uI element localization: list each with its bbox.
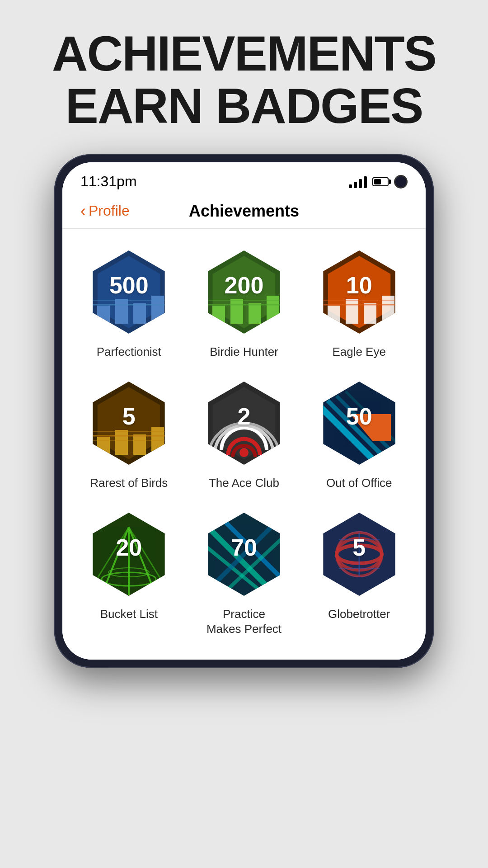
svg-rect-0 bbox=[97, 306, 110, 324]
badge-number: 10 bbox=[346, 272, 372, 299]
status-icons bbox=[349, 175, 408, 189]
badge-label: Parfectionist bbox=[97, 344, 161, 360]
back-chevron-icon: ‹ bbox=[80, 203, 86, 219]
page-header: ACHIEVEMENTS EARN BADGES bbox=[52, 27, 436, 132]
badge-label: Rarest of Birds bbox=[90, 476, 168, 491]
badge-item[interactable]: 20Bucket List bbox=[76, 509, 182, 637]
svg-rect-14 bbox=[364, 303, 376, 324]
badge-item[interactable]: 500Parfectionist bbox=[76, 247, 182, 360]
nav-title: Achievements bbox=[189, 202, 299, 221]
main-title: ACHIEVEMENTS EARN BADGES bbox=[52, 27, 436, 132]
battery-icon bbox=[372, 177, 389, 186]
badge-hex: 5 bbox=[314, 509, 404, 599]
badge-item[interactable]: 5Rarest of Birds bbox=[76, 378, 182, 491]
status-time: 11:31pm bbox=[80, 173, 137, 190]
badge-hex: 50 bbox=[314, 378, 404, 468]
badge-number: 70 bbox=[231, 534, 257, 561]
svg-rect-19 bbox=[115, 430, 128, 455]
badge-hex: 20 bbox=[84, 509, 174, 599]
svg-rect-12 bbox=[328, 306, 340, 324]
badges-grid: 500Parfectionist 200Birdie Hunter 10Eagl bbox=[76, 247, 412, 637]
signal-icon bbox=[349, 175, 367, 188]
back-button[interactable]: ‹ Profile bbox=[80, 203, 130, 219]
badge-item[interactable]: 5Globetrotter bbox=[306, 509, 412, 637]
badge-number: 2 bbox=[238, 403, 251, 430]
badge-label: The Ace Club bbox=[209, 476, 279, 491]
status-bar: 11:31pm bbox=[62, 162, 426, 197]
svg-rect-1 bbox=[115, 299, 128, 324]
nav-header: ‹ Profile Achievements bbox=[62, 197, 426, 229]
badge-number: 200 bbox=[225, 272, 264, 299]
svg-rect-18 bbox=[97, 437, 110, 455]
badge-number: 50 bbox=[346, 403, 372, 430]
badge-item[interactable]: 2The Ace Club bbox=[191, 378, 297, 491]
badge-label: Out of Office bbox=[326, 476, 392, 491]
badge-item[interactable]: 200Birdie Hunter bbox=[191, 247, 297, 360]
badge-number: 500 bbox=[109, 272, 149, 299]
badge-number: 20 bbox=[116, 534, 142, 561]
badge-item[interactable]: 70Practice Makes Perfect bbox=[191, 509, 297, 637]
achievements-content: 500Parfectionist 200Birdie Hunter 10Eagl bbox=[62, 229, 426, 660]
back-label: Profile bbox=[89, 203, 130, 219]
badge-hex: 70 bbox=[199, 509, 289, 599]
badge-label: Eagle Eye bbox=[332, 344, 386, 360]
phone-screen: 11:31pm ‹ Profile Achievements bbox=[62, 162, 426, 660]
badge-label: Practice Makes Perfect bbox=[206, 607, 282, 637]
camera-dot bbox=[394, 175, 408, 189]
badge-label: Birdie Hunter bbox=[210, 344, 278, 360]
badge-hex: 2 bbox=[199, 378, 289, 468]
badge-label: Globetrotter bbox=[328, 607, 390, 622]
badge-hex: 500 bbox=[84, 247, 174, 337]
phone-frame: 11:31pm ‹ Profile Achievements bbox=[54, 154, 434, 668]
svg-rect-7 bbox=[230, 299, 243, 324]
badge-number: 5 bbox=[352, 534, 366, 561]
badge-label: Bucket List bbox=[100, 607, 158, 622]
badge-item[interactable]: 50Out of Office bbox=[306, 378, 412, 491]
svg-rect-13 bbox=[346, 299, 358, 324]
badge-item[interactable]: 10Eagle Eye bbox=[306, 247, 412, 360]
svg-rect-20 bbox=[133, 434, 146, 455]
badge-number: 5 bbox=[122, 403, 136, 430]
badge-hex: 200 bbox=[199, 247, 289, 337]
svg-rect-8 bbox=[249, 303, 261, 324]
svg-rect-6 bbox=[212, 306, 225, 324]
badge-hex: 10 bbox=[314, 247, 404, 337]
svg-point-25 bbox=[239, 448, 249, 457]
badge-hex: 5 bbox=[84, 378, 174, 468]
svg-rect-2 bbox=[133, 303, 146, 324]
